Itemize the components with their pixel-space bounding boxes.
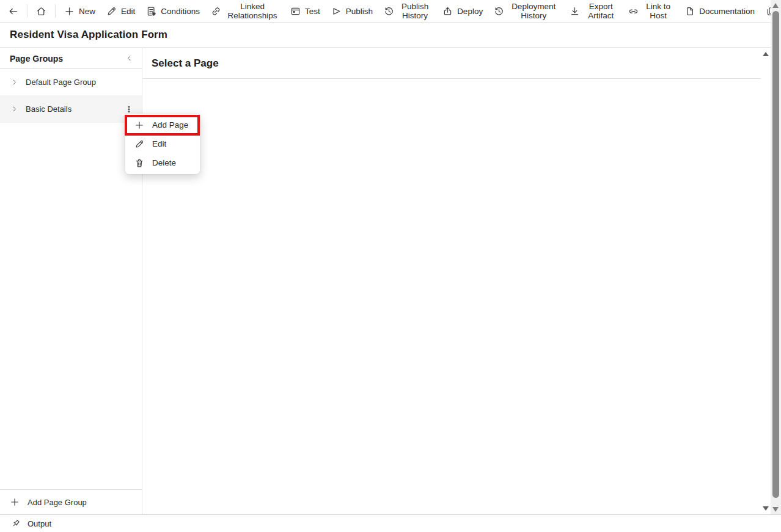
- menu-item-add-page[interactable]: Add Page: [125, 115, 200, 134]
- new-button-label: New: [79, 7, 95, 16]
- sidebar-item-label: Basic Details: [26, 104, 72, 114]
- publish-history-button-label: Publish History: [398, 2, 431, 20]
- item-menu-kebab-button[interactable]: [122, 104, 136, 115]
- add-page-group-label: Add Page Group: [28, 498, 87, 507]
- test-button-label: Test: [305, 7, 320, 16]
- test-button[interactable]: Test: [285, 0, 326, 22]
- deploy-button[interactable]: Deploy: [437, 0, 488, 22]
- main-pane: Select a Page: [143, 48, 761, 514]
- page-groups-sidebar: Page Groups Default Page Group Basic Det…: [0, 48, 142, 514]
- trash-icon: [134, 158, 144, 168]
- menu-item-label: Edit: [152, 139, 166, 148]
- home-button[interactable]: [31, 0, 52, 22]
- documentation-button-label: Documentation: [699, 7, 755, 16]
- title-bar: Resident Visa Application Form: [0, 23, 771, 48]
- publish-button-label: Publish: [346, 7, 373, 16]
- scroll-down-arrow-icon[interactable]: [772, 507, 779, 512]
- toolbar-separator: [55, 4, 56, 18]
- output-bar-label: Output: [28, 519, 51, 528]
- window-scrollbar[interactable]: [771, 0, 781, 514]
- page-icon: [684, 6, 695, 16]
- pin-icon: [11, 519, 21, 528]
- documentation-button[interactable]: Documentation: [679, 0, 760, 22]
- conditions-button-label: Conditions: [161, 7, 200, 16]
- menu-item-label: Delete: [152, 158, 176, 167]
- link-to-host-button-label: Link to Host: [643, 2, 673, 20]
- menu-item-label: Add Page: [152, 120, 188, 129]
- menu-item-edit[interactable]: Edit: [125, 134, 200, 153]
- sidebar-title: Page Groups: [10, 54, 63, 64]
- kebab-menu-icon: [125, 105, 133, 114]
- plus-icon: [134, 120, 144, 130]
- main-heading: Select a Page: [152, 57, 219, 70]
- document-gear-icon: [146, 6, 156, 16]
- page-group-context-menu: Add Page Edit Delete: [125, 114, 200, 174]
- test-window-icon: [290, 6, 301, 16]
- deploy-button-label: Deploy: [457, 7, 483, 16]
- main-pane-header: Select a Page: [143, 48, 761, 79]
- history-icon: [494, 6, 504, 16]
- publish-triangle-icon: [331, 6, 342, 16]
- deployment-history-button-label: Deployment History: [508, 2, 559, 20]
- download-icon: [570, 6, 580, 16]
- publish-button[interactable]: Publish: [326, 0, 378, 22]
- edit-button-label: Edit: [121, 7, 135, 16]
- scroll-up-arrow-icon[interactable]: [763, 52, 769, 56]
- scrollbar-thumb[interactable]: [772, 11, 779, 498]
- new-button[interactable]: New: [59, 0, 101, 22]
- add-page-group-button[interactable]: Add Page Group: [0, 489, 142, 514]
- output-bar[interactable]: Output: [0, 514, 781, 532]
- linked-relationships-button-label: Linked Relationships: [226, 2, 279, 20]
- chain-link-icon: [628, 6, 639, 16]
- sidebar-item-basic-details[interactable]: Basic Details: [0, 96, 142, 123]
- back-button[interactable]: [2, 0, 24, 22]
- content-scrollbar[interactable]: [761, 48, 771, 514]
- scroll-down-arrow-icon[interactable]: [763, 506, 769, 511]
- plus-icon: [64, 6, 75, 16]
- pencil-icon: [134, 139, 144, 149]
- chevron-left-icon: [125, 54, 133, 62]
- sidebar-item-label: Default Page Group: [26, 78, 96, 87]
- back-arrow-icon: [8, 6, 18, 16]
- deployment-history-button[interactable]: Deployment History: [488, 0, 564, 22]
- history-icon: [384, 6, 394, 16]
- toolbar-separator: [27, 4, 28, 18]
- home-icon: [36, 6, 46, 16]
- export-artifact-button-label: Export Artifact: [584, 2, 617, 20]
- sidebar-header: Page Groups: [0, 48, 142, 69]
- plus-icon: [10, 497, 20, 507]
- link-to-host-button[interactable]: Link to Host: [623, 0, 679, 22]
- edit-button[interactable]: Edit: [101, 0, 141, 22]
- linked-relationships-button[interactable]: Linked Relationships: [205, 0, 285, 22]
- chevron-right-icon[interactable]: [10, 105, 18, 113]
- menu-item-delete[interactable]: Delete: [125, 153, 200, 172]
- toolbar: New Edit Conditions Linked Relationships: [0, 0, 771, 23]
- scroll-up-arrow-icon[interactable]: [772, 3, 779, 8]
- export-artifact-button[interactable]: Export Artifact: [564, 0, 623, 22]
- sidebar-collapse-button[interactable]: [124, 53, 134, 64]
- pencil-icon: [106, 6, 117, 16]
- page-title: Resident Visa Application Form: [10, 29, 167, 41]
- publish-history-button[interactable]: Publish History: [378, 0, 437, 22]
- sidebar-item-default-page-group[interactable]: Default Page Group: [0, 69, 142, 96]
- chevron-right-icon[interactable]: [10, 78, 18, 86]
- conditions-button[interactable]: Conditions: [141, 0, 205, 22]
- link-icon: [211, 6, 221, 16]
- deploy-upload-icon: [442, 6, 453, 16]
